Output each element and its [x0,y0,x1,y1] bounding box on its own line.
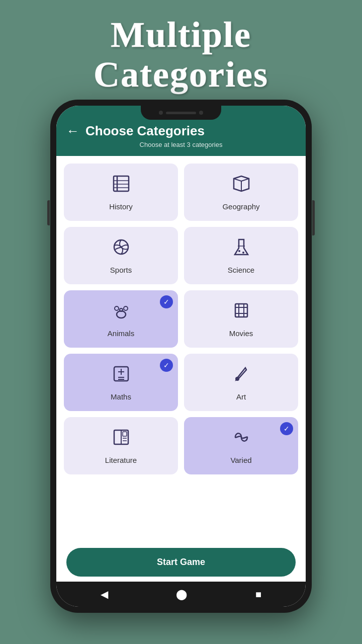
maths-icon [111,364,131,388]
movies-icon [231,300,251,325]
animals-label: Animals [108,329,134,338]
svg-point-7 [238,250,240,252]
category-card-sports[interactable]: Sports [64,227,178,284]
animals-check-badge: ✓ [160,295,173,308]
svg-point-11 [124,306,128,310]
geography-label: Geography [222,202,259,211]
sports-label: Sports [110,266,132,274]
category-card-varied[interactable]: Varied✓ [184,417,298,474]
category-content: History Geography Sports Science Animals… [56,156,306,538]
svg-rect-0 [114,176,129,191]
varied-label: Varied [230,456,251,464]
svg-rect-26 [123,432,127,436]
art-label: Art [236,392,246,401]
varied-check-badge: ✓ [280,422,293,435]
nav-home-icon[interactable]: ⬤ [176,588,187,600]
animals-icon [111,300,131,325]
movies-label: Movies [229,329,253,338]
category-grid: History Geography Sports Science Animals… [64,164,298,474]
category-card-literature[interactable]: Literature [64,417,178,474]
history-icon [111,174,131,198]
category-card-animals[interactable]: Animals✓ [64,290,178,348]
literature-label: Literature [105,456,137,464]
start-game-button[interactable]: Start Game [66,548,296,577]
literature-icon [111,427,131,452]
category-card-art[interactable]: Art [184,354,298,411]
nav-bar: ◀ ⬤ ■ [56,582,306,607]
bottom-area: Start Game [56,538,306,582]
category-card-science[interactable]: Science [184,227,298,284]
back-button[interactable]: ← [66,123,79,139]
science-icon [231,237,251,262]
varied-icon [231,427,251,452]
header-title: Choose Categories [85,123,205,139]
maths-label: Maths [111,392,131,401]
svg-point-10 [115,306,119,310]
category-card-geography[interactable]: Geography [184,164,298,221]
header-subtitle: Choose at least 3 categories [66,141,296,148]
nav-recent-icon[interactable]: ■ [255,589,261,600]
svg-point-12 [120,308,123,311]
geography-icon [231,174,251,198]
sports-icon [111,237,131,262]
svg-rect-13 [235,304,247,317]
science-label: Science [228,266,254,274]
nav-back-icon[interactable]: ◀ [101,588,108,600]
svg-point-8 [242,252,244,254]
category-card-maths[interactable]: Maths✓ [64,354,178,411]
category-card-history[interactable]: History [64,164,178,221]
maths-check-badge: ✓ [160,359,173,372]
notch [141,106,221,120]
svg-point-9 [117,311,126,318]
history-label: History [109,202,133,211]
page-title: Multiple Categories [94,15,268,95]
art-icon [231,364,251,388]
category-card-movies[interactable]: Movies [184,290,298,348]
phone-frame: ← Choose Categories Choose at least 3 ca… [50,100,312,613]
